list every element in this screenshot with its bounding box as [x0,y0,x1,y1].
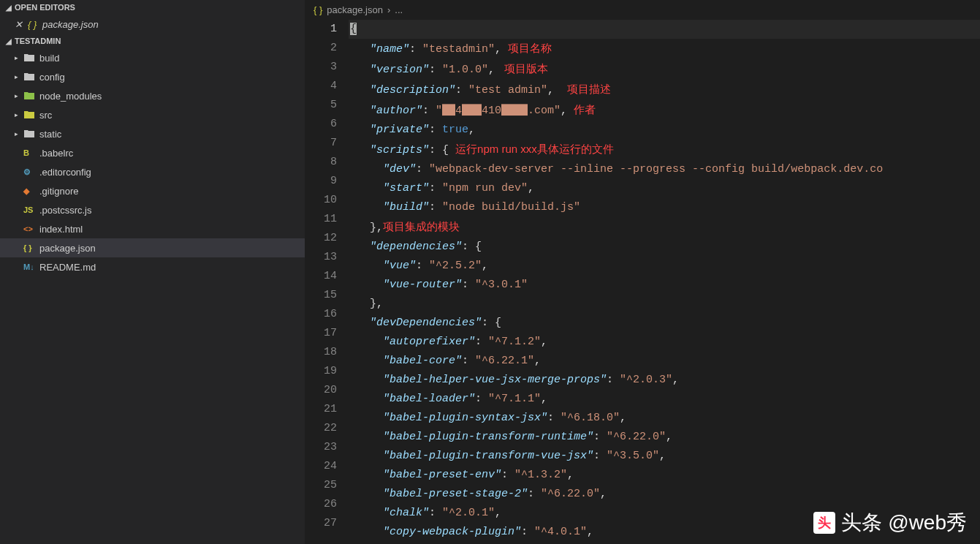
code-line[interactable]: "vue": "^2.5.2", [350,257,980,276]
code-line[interactable]: "dev": "webpack-dev-server --inline --pr… [350,160,980,179]
md-icon: M↓ [23,262,39,271]
close-icon[interactable]: ✕ [15,19,28,30]
braces-icon: { } [23,243,39,252]
watermark-text: 头条 @web秀 [841,509,967,537]
tree-item-label: README.md [39,262,96,273]
breadcrumb[interactable]: { } package.json › ... [305,0,980,20]
line-number: 8 [305,153,337,172]
code-line[interactable]: "build": "node build/build.js" [350,198,980,217]
tree-item-label: static [39,129,61,140]
project-header[interactable]: ◢ TESTADMIN [0,34,305,48]
file-item[interactable]: <>index.html [0,219,305,238]
code-line[interactable]: "private": true, [350,121,980,140]
tree-item-label: .editorconfig [39,167,91,178]
tree-item-label: node_modules [39,91,102,102]
breadcrumb-sep: › [387,4,390,15]
code-line[interactable]: "dependencies": { [350,238,980,257]
line-number: 13 [305,248,337,267]
open-tab-label: package.json [42,19,99,30]
line-number: 6 [305,115,337,134]
code-line[interactable]: "babel-loader": "^7.1.1", [350,390,980,409]
tree-item-label: .postcssrc.js [39,205,92,216]
file-item[interactable]: { }package.json [0,238,305,257]
code-line[interactable]: "babel-plugin-transform-runtime": "^6.22… [350,428,980,447]
code-area[interactable]: 1234567891011121314151617181920212223242… [305,20,980,544]
js-icon: JS [23,205,39,214]
code-line[interactable]: "babel-preset-stage-2": "^6.22.0", [350,485,980,504]
code-line[interactable]: "scripts": { 运行npm run xxx具体运行的文件 [350,140,980,160]
tree-item-label: build [39,53,59,64]
code-line[interactable]: "vue-router": "^3.0.1" [350,276,980,295]
line-number: 7 [305,134,337,153]
line-number: 14 [305,267,337,286]
html-icon: <> [23,224,39,233]
code-line[interactable]: "babel-helper-vue-jsx-merge-props": "^2.… [350,371,980,390]
breadcrumb-file: package.json [327,4,383,15]
editorconfig-icon: ⚙ [23,167,39,177]
code-line[interactable]: "babel-core": "^6.22.1", [350,352,980,371]
project-label: TESTADMIN [15,37,61,45]
chevron-right-icon: ▸ [15,73,23,80]
tree-item-label: .babelrc [39,148,73,159]
code-line[interactable]: "start": "npm run dev", [350,179,980,198]
line-number: 3 [305,58,337,77]
code-line[interactable]: "babel-plugin-syntax-jsx": "^6.18.0", [350,409,980,428]
watermark: 头 头条 @web秀 [813,509,967,537]
git-icon: ◆ [23,186,39,196]
line-number: 11 [305,210,337,229]
json-icon: { } [28,19,42,30]
tree-item-label: .gitignore [39,186,78,197]
file-item[interactable]: ⚙.editorconfig [0,162,305,181]
tree-item-label: package.json [39,243,96,254]
line-number: 12 [305,229,337,248]
folder-item[interactable]: ▸config [0,67,305,86]
line-number: 4 [305,77,337,96]
line-number: 25 [305,476,337,495]
line-number: 10 [305,191,337,210]
file-item[interactable]: ◆.gitignore [0,181,305,200]
folder-item[interactable]: ▸src [0,105,305,124]
babel-icon: B [23,148,39,157]
line-number: 15 [305,286,337,305]
code-line[interactable]: "autoprefixer": "^7.1.2", [350,333,980,352]
folder-item[interactable]: ▸build [0,48,305,67]
folder-item[interactable]: ▸static [0,124,305,143]
code-line[interactable]: "description": "test admin", 项目描述 [350,80,980,100]
code-line[interactable]: "name": "testadmin", 项目名称 [350,39,980,59]
folder-icon [23,109,39,121]
line-number: 21 [305,400,337,419]
folder-icon [23,71,39,83]
line-number: 23 [305,438,337,457]
chevron-right-icon: ▸ [15,111,23,118]
line-number: 18 [305,343,337,362]
code-line[interactable]: { [349,20,980,39]
code-line[interactable]: }, [350,295,980,314]
file-item[interactable]: JS.postcssrc.js [0,200,305,219]
code-line[interactable]: "devDependencies": { [350,314,980,333]
folder-icon [23,128,39,140]
folder-icon [23,90,39,102]
line-number: 2 [305,39,337,58]
code-line[interactable]: "babel-plugin-transform-vue-jsx": "^3.5.… [350,447,980,466]
open-editors-header[interactable]: ◢ OPEN EDITORS [0,0,305,15]
line-number: 5 [305,96,337,115]
open-editor-tab[interactable]: ✕ { } package.json [0,15,305,34]
tree-item-label: config [39,72,65,83]
file-item[interactable]: B.babelrc [0,143,305,162]
editor-area: { } package.json › ... 12345678910111213… [305,0,980,544]
code-line[interactable]: "babel-preset-env": "^1.3.2", [350,466,980,485]
chevron-down-icon: ◢ [6,4,15,12]
line-number: 24 [305,457,337,476]
code-line[interactable]: "author": "██4███410████.com", 作者 [350,100,980,121]
explorer-sidebar: ◢ OPEN EDITORS ✕ { } package.json ◢ TEST… [0,0,305,544]
code-content[interactable]: { "name": "testadmin", 项目名称 "version": "… [350,20,980,544]
file-item[interactable]: M↓README.md [0,257,305,276]
code-line[interactable]: "version": "1.0.0", 项目版本 [350,59,980,80]
line-number: 20 [305,381,337,400]
chevron-right-icon: ▸ [15,92,23,99]
line-number: 1 [305,20,337,39]
json-icon: { } [314,4,322,15]
code-line[interactable]: },项目集成的模块 [350,217,980,238]
folder-item[interactable]: ▸node_modules [0,86,305,105]
line-number: 16 [305,305,337,324]
